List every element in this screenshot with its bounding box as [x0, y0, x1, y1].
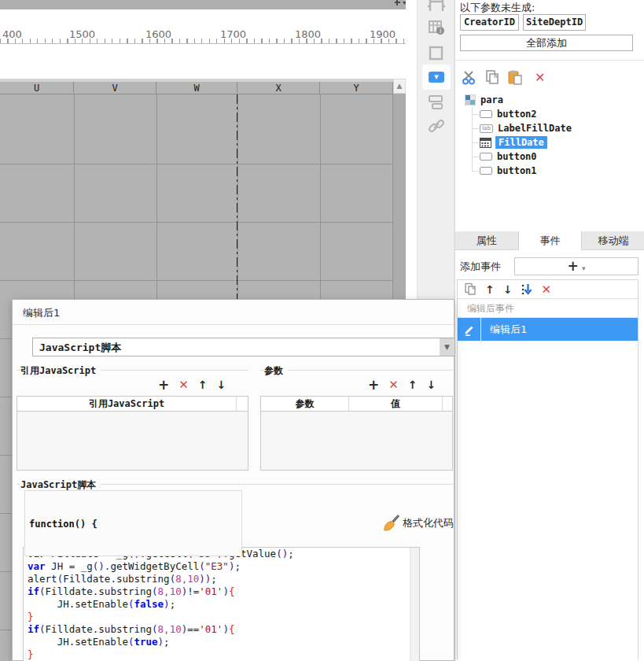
- add-event-label: 添加事件: [460, 260, 501, 274]
- divider: [455, 60, 644, 61]
- add-icon[interactable]: +: [368, 377, 379, 393]
- tree-node-label[interactable]: button2: [497, 109, 537, 120]
- divider: [13, 324, 454, 325]
- column-header-x[interactable]: X: [237, 82, 320, 94]
- datepicker-widget-icon: [480, 138, 491, 148]
- move-down-icon[interactable]: ↓: [427, 379, 436, 391]
- code-editor-scrollbar[interactable]: [410, 548, 419, 661]
- chevron-down-icon: ▾: [582, 264, 586, 272]
- tree-node-button0[interactable]: button0: [480, 150, 537, 164]
- group-border: [260, 370, 453, 371]
- brush-icon: [382, 514, 399, 532]
- panels-icon[interactable]: [427, 93, 446, 112]
- tree-node-labelfilldate[interactable]: lab LabelFillDate: [480, 121, 572, 135]
- tree-node-label[interactable]: para: [480, 94, 503, 105]
- param-toolbar: + ✕ ↑ ↓: [368, 377, 436, 393]
- tree-node-label-selected[interactable]: FillDate: [495, 136, 547, 149]
- tree-node-label[interactable]: LabelFillDate: [498, 123, 572, 134]
- region-icon[interactable]: [427, 44, 446, 63]
- param-table[interactable]: 参数 值: [260, 396, 453, 471]
- format-code-button[interactable]: 格式化代码: [382, 514, 454, 532]
- column-header-y[interactable]: Y: [320, 82, 393, 94]
- event-row-selected[interactable]: 编辑后1: [458, 318, 638, 341]
- edit-pencil-icon[interactable]: [458, 318, 481, 341]
- format-code-label: 格式化代码: [403, 516, 454, 530]
- copy-event-icon[interactable]: [464, 282, 477, 296]
- copy-icon[interactable]: [484, 69, 500, 85]
- edit-command-dialog: 编辑后1 JavaScript脚本 ▼ 引用JavaScript + ✕ ↑ ↓…: [12, 299, 454, 661]
- param-column-header: 参数: [261, 397, 349, 411]
- move-down-icon[interactable]: ↓: [217, 379, 226, 391]
- function-preview-text: function() {: [29, 519, 98, 530]
- command-type-value: JavaScript脚本: [39, 341, 121, 355]
- plus-icon: +: [568, 258, 579, 274]
- tab-mobile[interactable]: 移动端: [582, 231, 644, 250]
- params-missing-notice: 以下参数未生成:: [460, 1, 535, 15]
- remove-icon[interactable]: ✕: [178, 378, 189, 392]
- button-widget-glyph: ▼: [429, 72, 444, 83]
- creatorid-param-button[interactable]: CreatorID: [460, 14, 519, 31]
- chevron-down-icon[interactable]: ▼: [440, 338, 454, 356]
- tree-node-button1[interactable]: button1: [480, 164, 537, 178]
- tree-node-label[interactable]: button0: [497, 151, 537, 162]
- move-up-icon[interactable]: ↑: [485, 282, 495, 297]
- tab-events[interactable]: 事件: [519, 231, 583, 250]
- ref-js-toolbar: + ✕ ↑ ↓: [158, 377, 226, 393]
- link-icon[interactable]: [427, 116, 446, 135]
- canvas-top-band: [0, 0, 406, 9]
- button-widget-icon: [480, 110, 492, 118]
- tab-properties[interactable]: 属性: [455, 231, 519, 250]
- function-preview-box[interactable]: function() {: [24, 490, 242, 556]
- tree-node-filldate-selected[interactable]: FillDate: [480, 135, 547, 150]
- container-icon: [465, 94, 476, 105]
- widget-button-icon-selected[interactable]: ▼: [422, 65, 451, 90]
- panel-tabs: 属性 事件 移动端: [455, 231, 644, 250]
- grid-column-headers[interactable]: U V W X Y: [0, 79, 393, 94]
- paste-icon[interactable]: [507, 69, 523, 85]
- table-info-icon[interactable]: i: [427, 19, 446, 38]
- event-name: 编辑后1: [490, 323, 527, 337]
- ruler-ticks: [0, 39, 406, 43]
- param-legend: 参数: [264, 364, 288, 378]
- event-group-header: 编辑后事件: [458, 300, 638, 318]
- value-column-header: 值: [349, 397, 443, 411]
- column-header-w[interactable]: W: [156, 82, 237, 94]
- command-type-select[interactable]: JavaScript脚本 ▼: [32, 338, 455, 356]
- remove-icon[interactable]: ✕: [388, 378, 399, 392]
- delete-icon[interactable]: ✕: [535, 70, 545, 85]
- ref-js-column-header: 引用JavaScript: [17, 397, 237, 411]
- button-widget-icon: [480, 167, 492, 175]
- label-widget-icon: lab: [480, 124, 493, 133]
- horizontal-ruler: 400 1500 1600 1700 1800 1900: [0, 28, 406, 44]
- right-panel: 以下参数未生成: CreatorID SiteDeptID 全部添加: [454, 0, 644, 661]
- sitedeptid-param-button[interactable]: SiteDeptID: [523, 14, 586, 31]
- column-header-v[interactable]: V: [74, 82, 156, 94]
- tree-connector: [472, 107, 473, 171]
- ref-js-table[interactable]: 引用JavaScript: [17, 396, 248, 471]
- ref-js-legend: 引用JavaScript: [20, 364, 101, 378]
- move-to-bottom-icon[interactable]: [521, 283, 532, 296]
- code-editor[interactable]: var Filldate = _g().getCell("D3").getVal…: [23, 547, 420, 661]
- event-list: ↑ ↓ ✕ 编辑后事件 编辑后1: [457, 279, 638, 659]
- button-widget-icon: [480, 153, 492, 161]
- cut-icon[interactable]: [462, 69, 477, 85]
- svg-text:i: i: [440, 28, 441, 35]
- tree-node-label[interactable]: button1: [497, 165, 537, 176]
- tree-node-para[interactable]: para: [465, 93, 503, 107]
- app-window: 400 1500 1600 1700 1800 1900 U V W X Y: [0, 0, 644, 661]
- code-lines[interactable]: var Filldate = _g().getCell("D3").getVal…: [28, 548, 294, 661]
- scroll-up-button[interactable]: ▲: [393, 79, 406, 94]
- delete-event-icon[interactable]: ✕: [541, 282, 551, 297]
- move-down-icon[interactable]: ↓: [503, 282, 513, 297]
- dialog-title: 编辑后1: [23, 306, 60, 320]
- move-up-icon[interactable]: ↑: [198, 379, 208, 391]
- tree-node-button2[interactable]: button2: [480, 107, 537, 121]
- freeze-pane-icon[interactable]: [427, 0, 446, 13]
- add-event-dropdown-button[interactable]: + ▾: [514, 257, 638, 275]
- column-header-u[interactable]: U: [0, 82, 74, 94]
- move-up-icon[interactable]: ↑: [408, 379, 418, 391]
- add-all-params-button[interactable]: 全部添加: [460, 35, 633, 51]
- event-toolbar: ↑ ↓ ✕: [458, 280, 638, 299]
- add-icon[interactable]: +: [158, 377, 169, 393]
